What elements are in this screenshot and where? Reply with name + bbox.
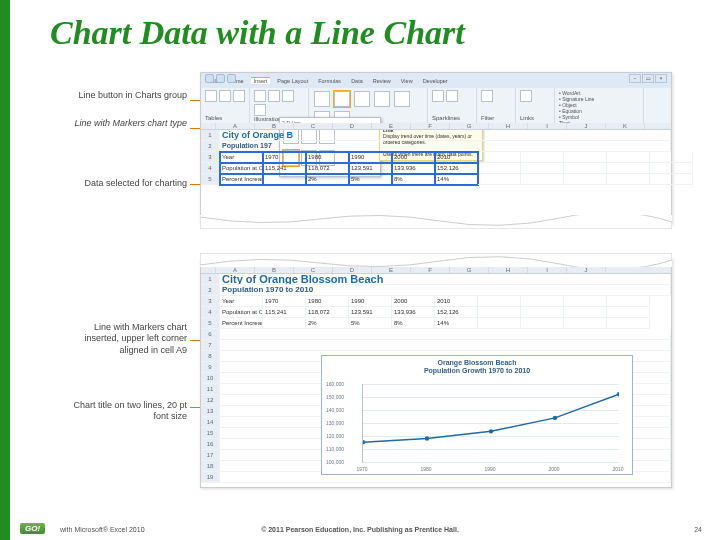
annotation-line-markers-type: Line with Markers chart type [62,118,187,129]
page-number: 24 [694,526,702,533]
annotation-line-button: Line button in Charts group [62,90,187,101]
sheet2-subtitle: Population 1970 to 2010 [220,285,671,296]
annotation-chart-title: Chart title on two lines, 20 pt font siz… [62,400,187,423]
svg-point-3 [553,416,557,420]
svg-point-2 [489,429,493,433]
svg-point-0 [363,440,365,444]
embedded-line-chart[interactable]: Orange Blossom Beach Population Growth 1… [321,355,633,475]
ribbon-tab-formulas[interactable]: Formulas [315,78,344,84]
window-controls: –▭× [629,74,667,83]
ribbon-tab-insert[interactable]: Insert [251,77,271,84]
ribbon-tab-view[interactable]: View [398,78,416,84]
annotation-data-selected: Data selected for charting [62,178,187,189]
excel-ribbon: –▭× FileHomeInsertPage LayoutFormulasDat… [201,73,671,124]
ribbon-tab-developer[interactable]: Developer [420,78,451,84]
screenshot-bottom: ABCDEFGHIJ 1City of Orange Blossom Beach… [200,258,672,488]
chart-title: Orange Blossom Beach Population Growth 1… [322,359,632,374]
quick-access-toolbar [205,74,236,83]
ribbon-tab-data[interactable]: Data [348,78,366,84]
torn-edge-top [200,253,672,267]
sheet1-subtitle: Population 197 [220,141,671,152]
torn-edge-bottom [200,215,672,229]
ribbon-tab-review[interactable]: Review [370,78,394,84]
chart-plot-area [362,384,619,463]
screenshot-top: –▭× FileHomeInsertPage LayoutFormulasDat… [200,72,672,224]
annotation-chart-inserted: Line with Markers chart inserted, upper … [62,322,187,356]
worksheet-top: ABCDEFGHIJK 1City of Orange B 2Populatio… [201,123,671,185]
sheet2-title: City of Orange Blossom Beach [220,274,671,285]
footer-copyright: © 2011 Pearson Education, Inc. Publishin… [0,526,720,533]
sheet1-title: City of Orange B [220,130,671,141]
ribbon-tab-page-layout[interactable]: Page Layout [274,78,311,84]
line-chart-button[interactable] [334,91,350,107]
left-accent-bar [0,0,10,540]
slide-title: Chart Data with a Line Chart [50,14,465,52]
ribbon-tabs: FileHomeInsertPage LayoutFormulasDataRev… [201,73,671,88]
svg-point-4 [617,392,619,396]
svg-point-1 [425,436,429,440]
